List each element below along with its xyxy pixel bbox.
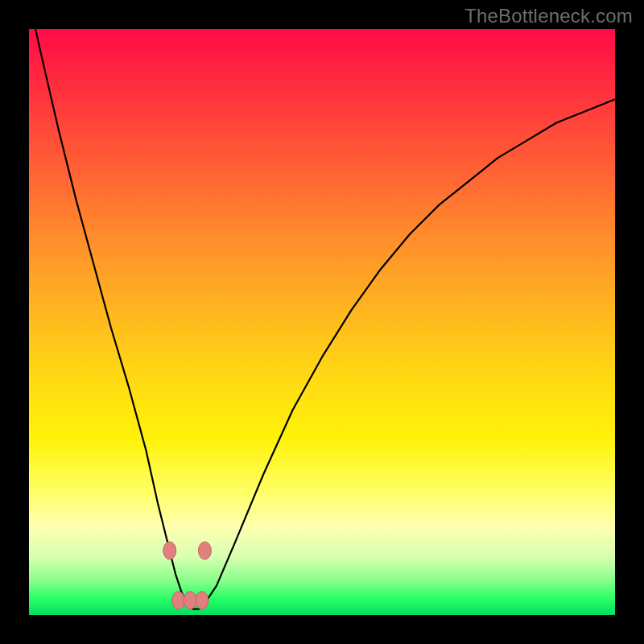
curve-group [29, 29, 615, 609]
chart-svg [29, 29, 615, 615]
curve-marker-4 [198, 542, 211, 559]
curve-marker-2 [184, 592, 196, 609]
curve-marker-1 [172, 592, 185, 609]
marker-group [163, 542, 212, 609]
watermark-text: TheBottleneck.com [464, 5, 633, 27]
curve-marker-0 [163, 542, 176, 559]
bottleneck-curve [29, 29, 615, 609]
chart-frame: TheBottleneck.com [0, 0, 644, 644]
curve-marker-3 [196, 592, 208, 609]
plot-area [29, 29, 615, 615]
